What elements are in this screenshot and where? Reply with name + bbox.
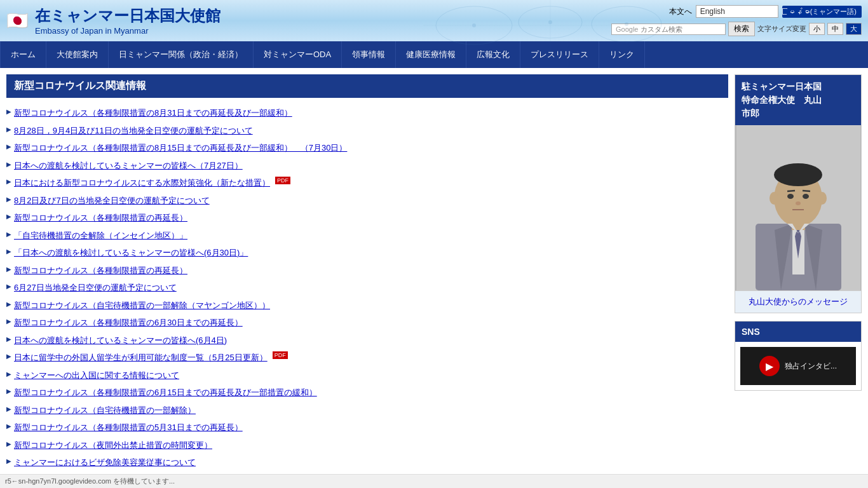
news-link[interactable]: 新型コロナウイルス（各種制限措置の6月30日までの再延長）: [14, 316, 243, 329]
news-item: 日本への渡航を検討しているミャンマーの皆様へ（7月27日）: [6, 157, 728, 175]
news-item: 日本への渡航を検討しているミャンマーの皆様へ(6月4日): [6, 332, 728, 349]
search-input[interactable]: [641, 25, 710, 33]
font-size-large-button[interactable]: 大: [846, 23, 862, 35]
news-link[interactable]: 日本への渡航を検討しているミャンマーの皆様へ(6月4日): [14, 334, 227, 347]
svg-point-19: [796, 201, 801, 205]
svg-point-1: [519, 6, 582, 38]
font-size-medium-button[interactable]: 中: [827, 23, 843, 35]
svg-point-0: [436, 6, 512, 44]
news-item: 日本における新型コロナウイルスにする水際対策強化（新たな措置）PDF: [6, 174, 728, 192]
news-link[interactable]: ミャンマーへの出入国に関する情報について: [14, 369, 179, 382]
honbun-link[interactable]: 本文へ: [669, 6, 692, 17]
news-item: ミャンマーにおけるビザ免除美容業従事について: [6, 454, 728, 471]
news-link[interactable]: 6月27日当地発全日空便の運航予定について: [14, 281, 177, 294]
news-item: 新型コロナウイルス（自宅待機措置の一部解除）: [6, 402, 728, 419]
svg-point-14: [774, 163, 822, 186]
svg-point-5: [472, 24, 476, 27]
news-link[interactable]: 8月2日及び7日の当地発全日空便の運航予定について: [14, 194, 210, 207]
svg-point-21: [770, 192, 778, 205]
sns-banner[interactable]: ▶ 独占インタビ...: [740, 347, 856, 385]
font-size-row: 文字サイズ変更 小 中 大: [757, 23, 862, 35]
search-input-wrap: Google: [611, 24, 726, 35]
myanmar-language-link[interactable]: မြန်မာ(ミャンマー語): [782, 6, 862, 18]
news-link[interactable]: 新型コロナウイルス（各種制限措置の再延長）: [14, 212, 187, 224]
ambassador-photo-svg: [736, 125, 860, 290]
ambassador-title-line1: 駐ミャンマー日本国: [742, 80, 855, 93]
status-text: r5←sn-hgn7yn7l.googlevideo.com を待機しています.…: [5, 477, 175, 478]
svg-point-15: [787, 194, 794, 199]
svg-line-17: [787, 191, 795, 191]
news-link[interactable]: 新型コロナウイルス（夜間外出禁止措置の時間変更）: [14, 439, 212, 452]
ambassador-title-line2: 特命全権大使 丸山: [742, 93, 855, 107]
news-link[interactable]: 新型コロナウイルス（各種制限措置の再延長）: [14, 264, 187, 277]
news-item: 新型コロナウイルス（夜間外出禁止措置の時間変更）: [6, 437, 728, 454]
font-size-label: 文字サイズ変更: [757, 24, 806, 34]
nav-item-home[interactable]: ホーム: [0, 41, 46, 68]
news-item: 新型コロナウイルス（各種制限措置の再延長）: [6, 262, 728, 280]
news-link[interactable]: 日本における新型コロナウイルスにする水際対策強化（新たな措置）: [14, 177, 270, 189]
news-link[interactable]: 日本への渡航を検討しているミャンマーの皆様へ（7月27日）: [14, 159, 243, 172]
nav-item-health[interactable]: 健康医療情報: [396, 41, 466, 68]
news-link[interactable]: 日本に留学中の外国人留学生が利用可能な制度一覧（5月25日更新）: [14, 351, 268, 364]
news-link[interactable]: 新型コロナウイルス（各種制限措置の5月31日までの再延長）: [14, 421, 243, 434]
site-title-block: 在ミャンマー日本国大使館 Embassy of Japan in Myanmar: [35, 6, 220, 36]
header: 🇯🇵 在ミャンマー日本国大使館 Embassy of Japan in Myan…: [0, 0, 868, 41]
news-item: 8月28日，9月4日及び11日の当地発全日空便の運航予定について: [6, 122, 728, 140]
svg-point-6: [548, 20, 552, 24]
site-title-english: Embassy of Japan in Myanmar: [35, 26, 220, 36]
google-label: Google: [616, 25, 638, 33]
ambassador-photo: [735, 125, 861, 290]
news-link[interactable]: 新型コロナウイルス（各種制限措置の8月31日までの再延長及び一部緩和）: [14, 107, 292, 119]
news-item: 「日本への渡航を検討しているミャンマーの皆様へ(6月30日)」: [6, 244, 728, 262]
content-title: 新型コロナウイルス関連情報: [6, 74, 728, 98]
sns-title: SNS: [735, 322, 861, 342]
svg-line-18: [803, 191, 810, 191]
nav-item-press[interactable]: プレスリリース: [520, 41, 599, 68]
news-link[interactable]: 新型コロナウイルス（各種制限措置の8月15日までの再延長及び一部緩和） （7月3…: [14, 142, 347, 154]
news-link[interactable]: 新型コロナウイルス（自宅待機措置の一部解除）: [14, 404, 196, 417]
news-item: 日本に留学中の外国人留学生が利用可能な制度一覧（5月25日更新）PDF: [6, 349, 728, 367]
news-item: 新型コロナウイルス（各種制限措置の5月31日までの再延長）: [6, 419, 728, 437]
news-link[interactable]: 「日本への渡航を検討しているミャンマーの皆様へ(6月30日)」: [14, 247, 248, 259]
japan-flag: 🇯🇵: [6, 10, 29, 31]
youtube-icon: ▶: [759, 356, 780, 376]
nav-item-consular[interactable]: 領事情報: [342, 41, 396, 68]
news-item: 新型コロナウイルス（自宅待機措置の一部解除（マヤンゴン地区））: [6, 297, 728, 315]
content-area: 新型コロナウイルス関連情報 新型コロナウイルス（各種制限措置の8月31日までの再…: [6, 74, 728, 471]
news-list: 新型コロナウイルス（各種制限措置の8月31日までの再延長及び一部緩和）8月28日…: [6, 104, 728, 471]
news-item: 新型コロナウイルス（各種制限措置の8月31日までの再延長及び一部緩和）: [6, 104, 728, 122]
news-link[interactable]: 8月28日，9月4日及び11日の当地発全日空便の運航予定について: [14, 125, 253, 137]
ambassador-title-line3: 市郎: [742, 107, 855, 120]
nav-item-culture[interactable]: 広報文化: [466, 41, 520, 68]
nav-item-embassy[interactable]: 大使館案内: [46, 41, 109, 68]
search-row: Google 検索 文字サイズ変更 小 中 大: [611, 22, 862, 36]
news-item: 6月27日当地発全日空便の運航予定について: [6, 279, 728, 297]
nav-item-oda[interactable]: 対ミャンマーODA: [254, 41, 342, 68]
font-size-small-button[interactable]: 小: [809, 23, 825, 35]
news-link[interactable]: 新型コロナウイルス（自宅待機措置の一部解除（マヤンゴン地区））: [14, 299, 270, 312]
news-link[interactable]: 「自宅待機措置の全解除（インセイン地区）」: [14, 229, 187, 242]
main-navigation: ホーム大使館案内日ミャンマー関係（政治・経済）対ミャンマーODA領事情報健康医療…: [0, 41, 868, 68]
news-link[interactable]: ミャンマーにおけるビザ免除美容業従事について: [14, 456, 196, 469]
site-title-japanese: 在ミャンマー日本国大使館: [35, 6, 220, 26]
nav-item-relations[interactable]: 日ミャンマー関係（政治・経済）: [109, 41, 254, 68]
sidebar: 駐ミャンマー日本国 特命全権大使 丸山 市郎: [735, 74, 862, 471]
news-item: 新型コロナウイルス（各種制限措置の6月30日までの再延長）: [6, 314, 728, 332]
news-item: 新型コロナウイルス（各種制限措置の再延長）: [6, 209, 728, 227]
header-right: 本文へ မြန်မာ(ミャンマー語) Google 検索 文字サイズ変更 小 中…: [611, 5, 862, 36]
sns-section: SNS ▶ 独占インタビ...: [735, 321, 862, 391]
english-input[interactable]: [696, 5, 778, 18]
news-link[interactable]: 新型コロナウイルス（各種制限措置の6月15日までの再延長及び一部措置の緩和）: [14, 386, 317, 399]
search-button[interactable]: 検索: [728, 22, 755, 36]
svg-point-22: [818, 192, 827, 205]
status-bar: r5←sn-hgn7yn7l.googlevideo.com を待機しています.…: [0, 474, 868, 478]
language-row: 本文へ မြန်မာ(ミャンマー語): [669, 5, 862, 18]
news-item: 8月2日及び7日の当地発全日空便の運航予定について: [6, 192, 728, 210]
svg-point-16: [803, 194, 809, 199]
header-left: 🇯🇵 在ミャンマー日本国大使館 Embassy of Japan in Myan…: [6, 6, 220, 36]
ambassador-message-link[interactable]: 丸山大使からのメッセージ: [735, 290, 861, 313]
sns-banner-text: 独占インタビ...: [785, 361, 837, 372]
main-container: 新型コロナウイルス関連情報 新型コロナウイルス（各種制限措置の8月31日までの再…: [0, 68, 868, 478]
nav-item-links[interactable]: リンク: [599, 41, 645, 68]
news-item: 新型コロナウイルス（各種制限措置の8月15日までの再延長及び一部緩和） （7月3…: [6, 139, 728, 157]
